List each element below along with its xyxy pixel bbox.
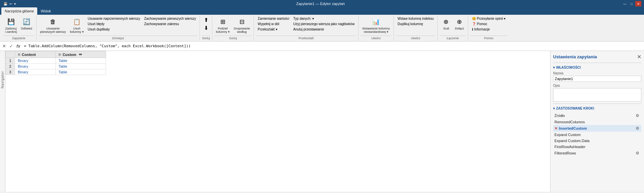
save-quick-btn[interactable]: 💾	[3, 2, 8, 6]
row3-custom: Table	[56, 69, 106, 75]
keep-range-btn[interactable]: Zachowywanie zakresu	[143, 21, 198, 26]
custom-type-icon: ⊞	[58, 53, 61, 56]
help-btn[interactable]: ❓ Pomoc	[470, 21, 507, 26]
fill-down-btn[interactable]: Wypełnij w dół	[256, 21, 291, 26]
step-expand-custom-label: Expand Custom	[554, 133, 581, 137]
undo-quick-btn[interactable]: ↩	[9, 2, 13, 6]
step-source-label: Źródło	[554, 114, 565, 118]
remove-columns-label: Usuńkolumny ▾	[70, 27, 84, 34]
podziel-content: ⊞ Podzielkolumny ▾ ⊟ Grupowaniewedług	[214, 16, 252, 36]
apply-close-btn[interactable]: 💾 Zastosuji zamknij	[3, 16, 18, 35]
step-inserted-custom-gear[interactable]: ⚙	[635, 126, 640, 131]
ribbon-group-laczenie: ⊕ Scal ⊕ Dołącz Łączenie	[438, 15, 468, 41]
group-label-laczenie: Łączenie	[440, 36, 466, 40]
formula-confirm-btn[interactable]: ✓	[8, 44, 14, 49]
minimize-btn[interactable]: —	[622, 1, 628, 6]
formula-cancel-btn[interactable]: ✕	[1, 44, 7, 49]
step-inserted-custom-label: InsertedCustom	[559, 126, 587, 130]
group-label-przeksztalc: Przekształć	[256, 36, 356, 40]
insert-index-col-btn[interactable]: Wstaw kolumnę indeksu	[396, 16, 435, 21]
window-title: Zapytanie1 — Edytor zapytań	[19, 2, 622, 6]
split-column-btn[interactable]: ⊞ Podzielkolumny ▾	[214, 16, 231, 35]
remove-duplicates-btn[interactable]: Usuń duplikaty	[86, 27, 142, 32]
step-source-gear[interactable]: ⚙	[635, 113, 640, 118]
przeksztalc-col1: Zamienianie wartości Wypełnij w dół Prze…	[256, 16, 291, 32]
custom-col-expand-icon[interactable]: ⇔	[79, 52, 82, 57]
sort-desc-btn[interactable]: ⬇	[202, 24, 210, 32]
insert-custom-col-icon: 📊	[371, 17, 381, 26]
merge-btn[interactable]: ⊕ Scal	[440, 16, 452, 31]
split-column-label: Podzielkolumny ▾	[216, 27, 230, 34]
desc-textarea[interactable]	[553, 88, 641, 102]
formula-input[interactable]: = Table.AddColumn(RemovedColumns, "Custo…	[23, 44, 643, 49]
name-input[interactable]	[553, 76, 641, 82]
divider1	[553, 63, 641, 63]
przeksztalc-content: Zamienianie wartości Wypełnij w dół Prze…	[256, 16, 356, 36]
title-bar: 💾 ↩ ▾ Zapytanie1 — Edytor zapytań — □ ✕	[0, 0, 644, 7]
split-column-icon: ⊞	[218, 17, 227, 26]
step-removed-columns[interactable]: RemovedColumns	[553, 119, 641, 125]
ribbon-group-utworz-big: 📊 Wstawianie kolumnyniestandardowej ▾ Ut…	[359, 15, 394, 41]
insert-custom-col-label: Wstawianie kolumnyniestandardowej ▾	[362, 27, 390, 34]
column-header-content[interactable]: ⊞ Content	[15, 51, 56, 58]
merge-icon: ⊕	[441, 17, 451, 26]
feedback-btn[interactable]: 😊 Przesyłanie opinii ▾	[470, 16, 507, 21]
panel-close-btn[interactable]: ✕	[637, 54, 641, 60]
table-row: 2 Binary Table	[6, 64, 106, 69]
sort-asc-btn[interactable]: ⬆	[202, 16, 210, 24]
replace-values-btn[interactable]: Zamienianie wartości	[256, 16, 291, 21]
remove-columns-btn[interactable]: 📋 Usuńkolumny ▾	[68, 16, 86, 35]
custom-col-label: Custom	[62, 53, 76, 57]
properties-chevron: ▾	[553, 66, 555, 69]
unpivot-btn[interactable]: Anuluj przestawianie	[291, 27, 356, 32]
zmniejsz-small-col1: Usuwanie naprzemiennych wierszy Usuń błę…	[86, 16, 142, 32]
content-col-label: Content	[22, 53, 36, 57]
row1-custom: Table	[56, 58, 106, 64]
step-inserted-custom[interactable]: ✕ InsertedCustom ⚙	[553, 125, 641, 132]
data-type-btn[interactable]: Typ danych: ▾	[291, 16, 356, 21]
append-btn[interactable]: ⊕ Dołącz	[453, 16, 466, 31]
group-label-utworz: Utwórz	[361, 36, 391, 40]
close-btn[interactable]: ✕	[635, 1, 641, 6]
row2-content: Binary	[15, 64, 56, 69]
step-removed-columns-label: RemovedColumns	[554, 120, 585, 124]
refresh-icon: 🔄	[22, 17, 31, 26]
laczenie-content: ⊕ Scal ⊕ Dołącz	[440, 16, 466, 36]
main-area: Navigator ⊞ Content ⊞ Custom	[0, 51, 644, 192]
first-row-header-btn[interactable]: Użyj pierwszego wiersza jako nagłówków	[291, 21, 356, 26]
zmniejsz-small-col2: Zachowywanie pierwszych wierszy Zachowyw…	[143, 16, 198, 26]
sortuj-arrows-content: ⬆ ⬇	[202, 16, 210, 36]
remove-first-rows-btn[interactable]: 🗑 Usuwaniepierwszych wierszy	[39, 16, 68, 35]
step-filtered-rows[interactable]: FilteredRows ⚙	[553, 150, 641, 156]
ribbon-group-zapytanie: 💾 Zastosuji zamknij 🔄 Odśwież Zapytanie	[1, 15, 37, 41]
pomoc-col: 😊 Przesyłanie opinii ▾ ❓ Pomoc ℹ Informa…	[470, 16, 507, 32]
keep-first-rows-btn[interactable]: Zachowywanie pierwszych wierszy	[143, 16, 198, 21]
insert-custom-column-btn[interactable]: 📊 Wstawianie kolumnyniestandardowej ▾	[361, 16, 391, 35]
alternate-rows-btn[interactable]: Usuwanie naprzemiennych wierszy	[86, 16, 142, 21]
qa-dropdown-btn[interactable]: ▾	[13, 2, 16, 6]
data-area[interactable]: ⊞ Content ⊞ Custom ⇔ 1	[5, 51, 550, 192]
column-header-custom[interactable]: ⊞ Custom ⇔	[56, 51, 106, 58]
sort-arrows: ⬆ ⬇	[202, 16, 210, 32]
duplicate-col-btn[interactable]: Duplikuj kolumnę	[396, 21, 435, 26]
maximize-btn[interactable]: □	[629, 1, 635, 6]
tab-widok[interactable]: Widok	[37, 7, 54, 15]
refresh-btn[interactable]: 🔄 Odśwież	[19, 16, 34, 31]
group-by-icon: ⊟	[237, 17, 247, 26]
group-by-btn[interactable]: ⊟ Grupowaniewedług	[232, 16, 252, 35]
step-source[interactable]: Źródło ⚙	[553, 112, 641, 119]
step-expand-custom-data[interactable]: Expand Custom.Data	[553, 138, 641, 144]
step-first-row-header-label: FirstRowAsHeader	[554, 145, 585, 149]
remove-errors-btn[interactable]: Usuń błędy	[86, 21, 142, 26]
navigator: Navigator	[0, 51, 5, 192]
steps-chevron: ▾	[553, 107, 555, 110]
step-expand-custom[interactable]: Expand Custom	[553, 132, 641, 138]
tab-narzedzia[interactable]: Narzędzia główne	[1, 7, 37, 15]
formula-fx-btn[interactable]: fx	[15, 44, 21, 49]
merge-label: Scal	[443, 27, 449, 30]
transform-btn[interactable]: Przekształć ▾	[256, 27, 291, 32]
panel-title: Ustawienia zapytania	[553, 54, 637, 59]
step-filtered-rows-gear[interactable]: ⚙	[635, 151, 640, 155]
info-btn[interactable]: ℹ Informacje	[470, 27, 507, 32]
step-first-row-header[interactable]: FirstRowAsHeader	[553, 144, 641, 150]
